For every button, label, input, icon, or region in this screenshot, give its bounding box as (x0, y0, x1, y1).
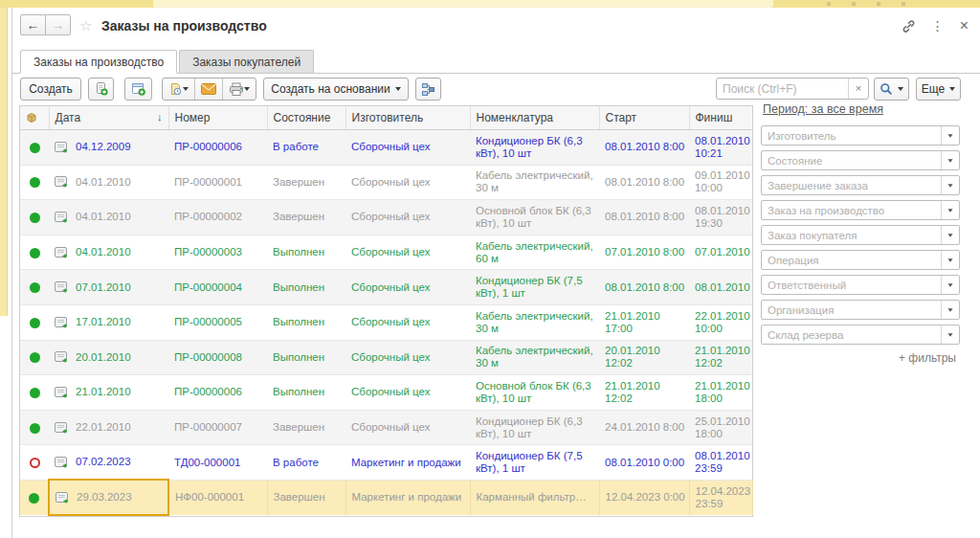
document-icon (55, 422, 69, 434)
document-icon (55, 317, 69, 328)
filter-dropdown[interactable]: Состояние (761, 150, 960, 170)
chevron-down-icon[interactable] (941, 176, 959, 194)
filter-dropdown-list: Изготовитель Состояние Завершение заказа… (761, 125, 960, 345)
browser-topbar (0, 0, 980, 8)
status-icon (30, 388, 40, 398)
table-row[interactable]: 07.02.2023 ТД00-000001 В работе Маркетин… (20, 445, 752, 481)
table-row[interactable]: 04.12.2009 ПР-00000006 В работе Сборочны… (20, 130, 752, 166)
status-icon (29, 493, 39, 504)
chevron-down-icon (395, 87, 401, 91)
close-icon[interactable]: × (960, 17, 969, 34)
filter-dropdown[interactable]: Организация (761, 300, 960, 320)
chevron-down-icon[interactable] (941, 126, 959, 145)
table-row[interactable]: 29.03.2023 НФ00-000001 Завершен Маркетин… (20, 480, 752, 515)
title-bar: ← → ☆ Заказы на производство ⋮ × (12, 8, 980, 50)
browser-address-field (153, 0, 773, 8)
related-documents-icon (421, 82, 435, 97)
column-header-icon[interactable] (20, 106, 49, 130)
print-button[interactable] (223, 78, 256, 100)
table-row[interactable]: 04.01.2010 ПР-00000002 Завершен Сборочны… (20, 200, 752, 235)
filter-dropdown[interactable]: Завершение заказа (761, 175, 960, 195)
more-menu-icon[interactable]: ⋮ (931, 17, 945, 34)
document-icon (55, 351, 69, 363)
status-icon (30, 213, 40, 223)
chevron-down-icon (183, 87, 189, 91)
filter-dropdown[interactable]: Операция (761, 250, 960, 270)
tab[interactable]: Заказы покупателей (179, 50, 314, 73)
filter-dropdown[interactable]: Заказ на производство (761, 200, 960, 220)
create-button[interactable]: Создать (20, 78, 81, 101)
related-documents-button[interactable] (415, 78, 441, 101)
configure-list-icon (131, 81, 146, 97)
chevron-down-icon[interactable] (941, 251, 959, 269)
column-header[interactable]: Финиш (689, 106, 752, 130)
forward-button[interactable]: → (45, 14, 71, 35)
create-based-on-button[interactable]: Создать на основании (263, 78, 409, 101)
more-filters-link[interactable]: + фильтры (761, 351, 960, 365)
column-header[interactable]: Номенклатура (470, 106, 599, 130)
chevron-down-icon[interactable] (941, 301, 959, 319)
document-time-icon (168, 82, 183, 97)
clear-search-icon[interactable]: × (848, 78, 868, 99)
sort-desc-icon: ↓ (157, 111, 163, 123)
table-header-row: Дата↓НомерСостояниеИзготовительНоменклат… (20, 106, 752, 130)
table-row[interactable]: 20.01.2010 ПР-00000008 Выполнен Сборочны… (20, 340, 752, 375)
filter-dropdown[interactable]: Склад резерва (761, 325, 960, 345)
toolbar-button-group (162, 78, 256, 101)
orders-table: Дата↓НомерСостояниеИзготовительНоменклат… (19, 105, 753, 517)
configure-list-button[interactable] (124, 78, 152, 101)
table-row[interactable]: 21.01.2010 ПР-00000006 Выполнен Сборочны… (20, 375, 752, 411)
status-icon (30, 282, 40, 293)
filter-dropdown[interactable]: Ответственный (761, 275, 960, 295)
filter-dropdown[interactable]: Изготовитель (761, 125, 960, 146)
background-window-edge (0, 8, 12, 538)
status-icon (30, 318, 40, 328)
print-icon (229, 82, 244, 97)
box-icon (26, 112, 43, 123)
column-header[interactable]: Состояние (267, 106, 345, 130)
column-header[interactable]: Дата↓ (49, 106, 168, 130)
status-icon (30, 458, 40, 468)
status-icon (30, 177, 40, 188)
more-button[interactable]: Еще (916, 78, 961, 101)
search-input[interactable] (717, 82, 848, 96)
chevron-down-icon[interactable] (941, 151, 959, 169)
mail-button[interactable] (195, 78, 223, 100)
status-icon (30, 423, 40, 434)
document-icon (56, 492, 70, 504)
status-icon (30, 352, 40, 363)
orders-window: ← → ☆ Заказы на производство ⋮ × Заказы … (12, 8, 980, 538)
browser-toolbar-icons (827, 2, 913, 6)
table-row[interactable]: 22.01.2010 ПР-00000007 Завершен Сборочны… (20, 410, 752, 445)
column-header[interactable]: Изготовитель (345, 106, 470, 130)
table-row[interactable]: 17.01.2010 ПР-00000005 Выполнен Сборочны… (20, 304, 752, 340)
favorite-star-icon[interactable]: ☆ (79, 17, 92, 34)
mail-icon (201, 83, 216, 95)
document-icon (55, 457, 69, 468)
table-row[interactable]: 07.01.2010 ПР-00000004 Выполнен Сборочны… (20, 270, 752, 305)
document-icon (55, 247, 69, 258)
document-icon (55, 212, 69, 223)
filter-dropdown[interactable]: Заказ покупателя (761, 225, 960, 245)
chevron-down-icon[interactable] (941, 201, 959, 219)
period-filter-link[interactable]: Период: за все время (763, 102, 883, 116)
chevron-down-icon[interactable] (941, 226, 959, 244)
tab[interactable]: Заказы на производство (20, 50, 177, 74)
table-row[interactable]: 04.01.2010 ПР-00000003 Выполнен Сборочны… (20, 235, 752, 270)
link-icon[interactable] (902, 19, 916, 34)
status-icon (30, 143, 40, 153)
copy-document-button[interactable] (88, 78, 114, 101)
column-header[interactable]: Старт (599, 106, 689, 130)
document-time-button[interactable] (163, 78, 195, 100)
search-button[interactable] (874, 78, 909, 101)
column-header[interactable]: Номер (168, 106, 267, 130)
chevron-down-icon[interactable] (941, 276, 959, 294)
table-body: 04.12.2009 ПР-00000006 В работе Сборочны… (20, 130, 752, 516)
chevron-down-icon (244, 87, 250, 91)
back-button[interactable]: ← (20, 14, 46, 35)
copy-document-icon (94, 81, 109, 97)
chevron-down-icon[interactable] (941, 325, 959, 344)
table-row[interactable]: 04.01.2010 ПР-00000001 Завершен Сборочны… (20, 165, 752, 200)
page-title: Заказы на производство (101, 18, 267, 34)
search-icon (880, 82, 893, 96)
